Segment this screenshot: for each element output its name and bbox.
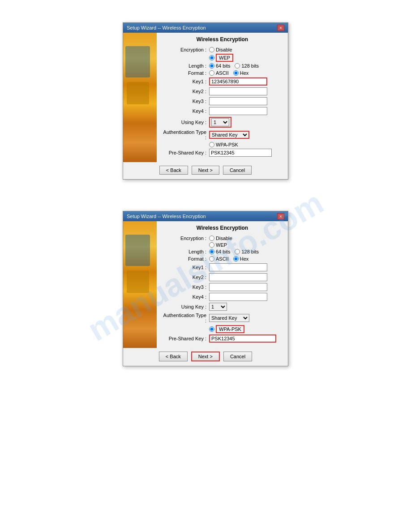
dialog2-psk-input[interactable] — [209, 335, 276, 343]
dialog1-auth-type-row: Authentication Type : Shared Key Open Sy… — [162, 129, 283, 140]
dialog2-hex-option[interactable]: Hex — [233, 256, 249, 262]
dialog2-64bits-option[interactable]: 64 bits — [209, 249, 230, 254]
dialog2-wpa-label: WPA-PSK — [216, 325, 244, 333]
dialog2-format-row: Format : ASCII Hex — [162, 256, 283, 262]
dialog2-wep-label: WEP — [216, 242, 227, 248]
dialog1-hex-option[interactable]: Hex — [233, 70, 249, 76]
dialog2-back-button[interactable]: < Back — [159, 352, 188, 361]
dialog2-auth-type-select[interactable]: Shared Key Open System — [209, 314, 249, 322]
dialog1-key4-label: Key4 : — [162, 108, 209, 114]
dialog1-back-button[interactable]: < Back — [159, 166, 188, 175]
dialog1-psk-row: Pre-Shared Key : — [162, 149, 283, 157]
dialog1-disable-option[interactable]: Disable — [209, 47, 232, 52]
dialog1-key2-input[interactable] — [209, 87, 267, 95]
dialog1-key3-input[interactable] — [209, 97, 267, 105]
dialog1-titlebar: Setup Wizard -- Wireless Encryption × — [123, 23, 288, 33]
dialog1-wep-radio[interactable] — [209, 55, 214, 60]
dialog2-using-key-label: Using Key : — [162, 304, 209, 309]
dialog1-64bits-label: 64 bits — [216, 63, 230, 69]
dialog1-key1-input[interactable] — [209, 77, 267, 86]
dialog2-key4-input[interactable] — [209, 293, 267, 301]
dialog1-64bits-option[interactable]: 64 bits — [209, 63, 230, 69]
dialog2-disable-option[interactable]: Disable — [209, 236, 232, 241]
dialog2-using-key-row: Using Key : 1 2 3 4 — [162, 303, 283, 311]
dialog2-sidebar-image — [123, 221, 157, 348]
dialog1-length-group: 64 bits 128 bits — [209, 63, 259, 69]
dialog1-next-button[interactable]: Next > — [192, 166, 219, 175]
dialog1-128bits-label: 128 bits — [241, 63, 259, 69]
dialog2-key1-row: Key1 : — [162, 263, 283, 271]
dialog1-disable-radio[interactable] — [209, 47, 214, 52]
dialog1-format-group: ASCII Hex — [209, 70, 248, 76]
dialog2-footer: < Back Next > Cancel — [123, 348, 288, 366]
dialog2-titlebar: Setup Wizard -- Wireless Encryption × — [123, 211, 288, 221]
dialog2-auth-type-row: Authentication Type : Shared Key Open Sy… — [162, 313, 283, 323]
dialog1-hex-radio[interactable] — [233, 70, 239, 76]
dialog2-disable-radio[interactable] — [209, 236, 214, 241]
dialog2-wep-option[interactable]: WEP — [209, 242, 227, 248]
dialog1-wpa-radio[interactable] — [209, 142, 214, 147]
dialog2-64bits-radio[interactable] — [209, 249, 214, 254]
dialog2-128bits-option[interactable]: 128 bits — [235, 249, 259, 254]
dialog2-psk-label: Pre-Shared Key : — [162, 336, 209, 341]
dialog2-128bits-radio[interactable] — [235, 249, 240, 254]
dialog2-wpa-option[interactable]: WPA-PSK — [209, 325, 244, 333]
dialog1-close-button[interactable]: × — [277, 25, 284, 31]
dialog2-wep-radio[interactable] — [209, 242, 214, 248]
dialog1-key1-row: Key1 : — [162, 77, 283, 86]
dialog2-wep-row: WEP — [162, 242, 283, 248]
dialog2-content-title: Wireless Encryption — [162, 225, 283, 231]
dialog2-using-key-select[interactable]: 1 2 3 4 — [209, 303, 227, 311]
dialog1-encryption-label: Encryption : — [162, 47, 209, 52]
dialog1-64bits-radio[interactable] — [209, 63, 214, 69]
close-icon: × — [279, 214, 282, 219]
dialog1-128bits-radio[interactable] — [235, 63, 240, 69]
dialog1-wep-option[interactable]: WEP — [209, 54, 233, 62]
dialog1-using-key-row: Using Key : 1 2 3 4 — [162, 117, 283, 128]
dialog2-hex-radio[interactable] — [233, 256, 239, 262]
dialog2-key1-input[interactable] — [209, 263, 267, 271]
dialog1-ascii-label: ASCII — [216, 70, 229, 76]
dialog2-title: Setup Wizard -- Wireless Encryption — [127, 214, 206, 219]
dialog2-next-button[interactable]: Next > — [191, 352, 220, 361]
dialog1-content: Wireless Encryption Encryption : Disable… — [157, 33, 288, 162]
dialog2-key3-input[interactable] — [209, 283, 267, 291]
dialog1-using-key-select[interactable]: 1 2 3 4 — [211, 118, 229, 126]
dialog1-ascii-radio[interactable] — [209, 70, 214, 76]
dialog1-body: Wireless Encryption Encryption : Disable… — [123, 33, 288, 162]
dialog1-128bits-option[interactable]: 128 bits — [235, 63, 259, 69]
dialog1-wep-row: WEP — [162, 54, 283, 62]
dialog2-ascii-radio[interactable] — [209, 256, 214, 262]
dialog1-content-title: Wireless Encryption — [162, 36, 283, 43]
dialog1-hex-label: Hex — [240, 70, 249, 76]
dialog1-key4-input[interactable] — [209, 107, 267, 115]
dialog1-sidebar-image — [123, 33, 157, 162]
dialog1-length-row: Length : 64 bits 128 bits — [162, 63, 283, 69]
dialog1-ascii-option[interactable]: ASCII — [209, 70, 229, 76]
dialog2-wrapper: Setup Wizard -- Wireless Encryption × Wi… — [123, 211, 288, 366]
dialog2-key3-row: Key3 : — [162, 283, 283, 291]
dialog2-wpa-radio[interactable] — [209, 326, 214, 332]
dialog1-key3-label: Key3 : — [162, 99, 209, 104]
dialog1-psk-label: Pre-Shared Key : — [162, 150, 209, 155]
dialog1-format-label: Format : — [162, 70, 209, 76]
dialog1-auth-type-select[interactable]: Shared Key Open System — [209, 131, 249, 139]
dialog2-close-button[interactable]: × — [277, 213, 284, 219]
dialog2-key1-label: Key1 : — [162, 265, 209, 270]
dialog2-key4-row: Key4 : — [162, 293, 283, 301]
dialog2-format-label: Format : — [162, 256, 209, 262]
dialog2-cancel-button[interactable]: Cancel — [223, 352, 252, 361]
dialog1-wpa-option[interactable]: WPA-PSK — [209, 142, 238, 147]
dialog2-ascii-option[interactable]: ASCII — [209, 256, 229, 262]
dialog2-length-group: 64 bits 128 bits — [209, 249, 259, 254]
dialog1-using-key-box: 1 2 3 4 — [209, 117, 231, 128]
dialog2-key2-row: Key2 : — [162, 273, 283, 281]
dialog2-key2-input[interactable] — [209, 273, 267, 281]
dialog1-wpa-label: WPA-PSK — [216, 142, 238, 147]
dialog1-cancel-button[interactable]: Cancel — [223, 166, 252, 175]
dialog1-key4-row: Key4 : — [162, 107, 283, 115]
dialog2-psk-row: Pre-Shared Key : — [162, 335, 283, 343]
dialog1-key3-row: Key3 : — [162, 97, 283, 105]
dialog1-psk-input[interactable] — [209, 149, 272, 157]
dialog2-key2-label: Key2 : — [162, 275, 209, 280]
